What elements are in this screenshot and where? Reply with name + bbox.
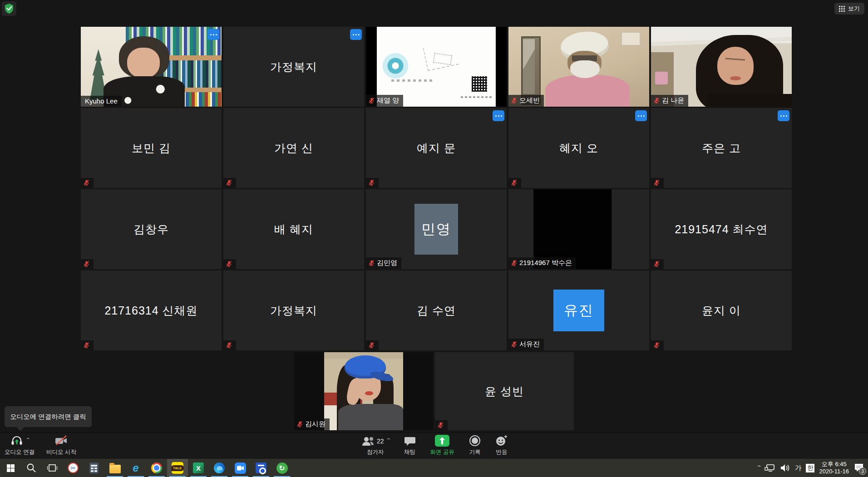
muted-mic-icon <box>511 341 517 348</box>
participant-tile[interactable]: 김 나윤 <box>651 27 792 107</box>
participant-tile[interactable]: 윤 성빈 <box>435 352 574 430</box>
participant-name-label: 재열 양 <box>366 95 403 107</box>
muted-mic-icon <box>369 342 375 349</box>
shield-check-icon <box>4 3 14 14</box>
muted-mic-icon <box>369 179 375 186</box>
more-options-button[interactable] <box>493 110 504 121</box>
participant-tile[interactable]: 유진 서유진 <box>508 270 649 350</box>
ime-mode-indicator[interactable]: 가 <box>794 464 801 472</box>
task-view-button[interactable] <box>42 459 63 477</box>
view-button[interactable]: 보기 <box>834 3 864 15</box>
participant-tile[interactable]: 예지 문 <box>366 108 507 188</box>
more-options-button[interactable] <box>207 29 219 40</box>
taskbar-app-edge[interactable] <box>209 459 230 477</box>
more-options-button[interactable] <box>778 110 789 121</box>
more-options-button[interactable] <box>350 29 362 40</box>
participant-tile[interactable]: 윤지 이 <box>651 270 792 350</box>
participant-center-name: 21716314 신채원 <box>81 270 222 350</box>
audio-options-caret[interactable]: ˆ <box>27 438 30 444</box>
muted-mic-icon <box>226 342 232 349</box>
video-gallery-last-row: 김시원 윤 성빈 <box>294 352 574 430</box>
green-up-arrow <box>15 439 19 444</box>
taskbar-app-zoom[interactable] <box>230 459 251 477</box>
taskbar-app-sync[interactable]: ↻ <box>271 459 292 477</box>
taskbar-search[interactable] <box>21 459 42 477</box>
more-options-button[interactable] <box>635 110 647 121</box>
participant-tile[interactable]: 가연 신 <box>223 108 364 188</box>
participant-tile[interactable]: Kyuho Lee <box>81 27 222 107</box>
taskbar-clock[interactable]: 오후 6:45 2020-11-16 <box>819 461 849 475</box>
reactions-button[interactable]: 반응 <box>495 433 508 459</box>
muted-mic-icon <box>369 97 375 104</box>
participant-center-name: 윤지 이 <box>651 270 792 350</box>
taskbar-app-file-explorer[interactable] <box>104 459 125 477</box>
participant-mute-indicator <box>508 178 521 188</box>
participant-tile[interactable]: 21915474 최수연 <box>651 189 792 269</box>
tray-date: 2020-11-16 <box>819 468 849 475</box>
taskbar-app-calculator[interactable] <box>84 459 104 477</box>
participant-tile[interactable]: 혜지 오 <box>508 108 649 188</box>
participant-mute-indicator <box>81 259 94 269</box>
windows-taskbar: ✂ e TALK X ↻ ˆ 가 한 오후 6:45 2020-11-16 3 <box>0 459 868 477</box>
taskbar-app-kakaotalk[interactable]: TALK <box>167 459 188 477</box>
taskbar-app-chrome[interactable] <box>146 459 167 477</box>
join-audio-button[interactable]: ˆ 오디오 연결 <box>5 433 35 459</box>
taskbar-app-snipping-tool[interactable]: ✂ <box>63 459 84 477</box>
participant-center-name: 배 혜지 <box>223 189 364 269</box>
participant-name-label: 김 나윤 <box>651 95 688 107</box>
chat-button[interactable]: 채팅 <box>404 433 416 459</box>
taskbar-app-excel[interactable]: X <box>188 459 209 477</box>
participants-count: 22 <box>377 438 384 445</box>
participants-caret[interactable]: ˆ <box>387 438 390 444</box>
participant-tile[interactable]: 보민 김 <box>81 108 222 188</box>
tray-time: 오후 6:45 <box>819 461 849 468</box>
participant-center-name: 가연 신 <box>223 108 364 188</box>
network-icon[interactable] <box>764 463 775 472</box>
participant-tile[interactable]: 21716314 신채원 <box>81 270 222 350</box>
speaker-icon[interactable] <box>780 463 790 472</box>
participant-mute-indicator <box>223 259 236 269</box>
share-screen-button[interactable]: 화면 공유 <box>430 433 454 459</box>
participant-tile[interactable]: 가정복지 <box>223 27 364 107</box>
tray-chevron-icon[interactable]: ˆ <box>758 465 761 472</box>
edge-icon <box>214 462 225 473</box>
participant-center-name: 가정복지 <box>223 270 364 350</box>
participant-mute-indicator <box>81 340 94 350</box>
gallery-grid-icon <box>839 6 845 12</box>
participant-tile[interactable]: 민영 김민영 <box>366 189 507 269</box>
ime-han-indicator[interactable]: 한 <box>806 464 814 472</box>
participant-tile[interactable]: 김 수연 <box>366 270 507 350</box>
participant-mute-indicator <box>651 259 664 269</box>
record-button[interactable]: 기록 <box>469 433 481 459</box>
participant-tile[interactable]: 주은 고 <box>651 108 792 188</box>
notification-center-button[interactable]: 3 <box>853 462 864 473</box>
participant-name-label: 김시원 <box>294 418 330 430</box>
taskbar-app-hancom[interactable] <box>251 459 271 477</box>
participant-mute-indicator <box>223 178 236 188</box>
participant-tile[interactable]: 김시원 <box>294 352 433 430</box>
participant-center-name: 가정복지 <box>223 27 364 107</box>
share-screen-icon <box>435 435 449 447</box>
participant-tile[interactable]: 배 혜지 <box>223 189 364 269</box>
participant-tile[interactable]: 가정복지 <box>223 270 364 350</box>
security-shield-badge[interactable] <box>2 1 16 16</box>
participant-tile[interactable]: 재열 양 <box>366 27 507 107</box>
participant-mute-indicator <box>435 420 448 430</box>
sync-app-icon: ↻ <box>276 462 288 474</box>
participant-tile[interactable]: 21914967 박수은 <box>508 189 649 269</box>
participants-icon <box>361 436 375 447</box>
participant-name-label: 김민영 <box>366 257 401 269</box>
snipping-tool-icon: ✂ <box>68 462 79 473</box>
muted-mic-icon <box>84 342 89 349</box>
participant-avatar: 유진 <box>553 290 604 331</box>
participant-tile[interactable]: 오세빈 <box>508 27 649 107</box>
taskbar-app-internet-explorer[interactable]: e <box>125 459 146 477</box>
start-video-button[interactable]: 비디오 시작 <box>46 433 76 459</box>
notification-count-badge: 3 <box>859 467 866 475</box>
participant-tile[interactable]: 김창우 <box>81 189 222 269</box>
ellipsis-icon <box>353 34 360 35</box>
muted-mic-icon <box>84 261 89 267</box>
participants-button[interactable]: 22 ˆ 참가자 <box>361 433 390 459</box>
start-button[interactable] <box>0 459 21 477</box>
internet-explorer-icon: e <box>133 462 138 473</box>
